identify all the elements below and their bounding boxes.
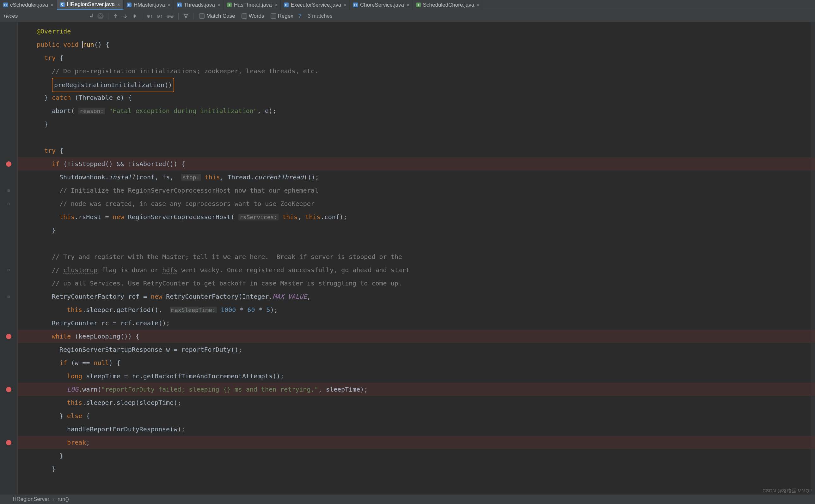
- code-line[interactable]: // Initialize the RegionServerCoprocesso…: [18, 184, 318, 197]
- fold-icon[interactable]: ⊟: [8, 268, 10, 273]
- code-editor[interactable]: @Overridepublic void run() {try {// Do p…: [18, 22, 815, 495]
- code-line[interactable]: } else {: [18, 409, 90, 423]
- code-line[interactable]: // clusterup flag is down or hdfs went w…: [18, 263, 410, 277]
- code-line[interactable]: this.sleeper.getPeriod(), maxSleepTime: …: [18, 303, 278, 316]
- code-line[interactable]: handleReportForDutyResponse(w);: [18, 423, 185, 436]
- code-line[interactable]: while (keepLooping()) {: [18, 330, 139, 343]
- java-file-icon: C: [177, 3, 182, 7]
- code-line[interactable]: }: [18, 224, 56, 237]
- code-line[interactable]: RetryCounterFactory rcf = new RetryCount…: [18, 290, 311, 303]
- find-bar: ↲ ✕ ⊕↑ ⊖↑ ⊕⊕ Match Case Words Regex ? 3 …: [0, 10, 815, 22]
- code-line[interactable]: // Try and register with the Master; tel…: [18, 250, 402, 263]
- select-all-occ-icon[interactable]: ⊕⊕: [166, 14, 174, 19]
- code-line[interactable]: try {: [18, 51, 63, 64]
- code-line[interactable]: if (w == null) {: [18, 356, 120, 369]
- code-line[interactable]: this.rsHost = new RegionServerCoprocesso…: [18, 210, 347, 224]
- filter-icon[interactable]: [183, 13, 189, 19]
- code-line[interactable]: @Override: [18, 25, 71, 38]
- close-icon[interactable]: ×: [167, 2, 170, 8]
- breakpoint-icon[interactable]: [6, 334, 11, 339]
- java-file-icon: C: [284, 3, 289, 7]
- clear-icon[interactable]: ✕: [97, 13, 104, 19]
- regex-checkbox[interactable]: Regex: [271, 13, 293, 19]
- gutter[interactable]: ⊟⊟⊟⊟: [0, 22, 18, 495]
- close-icon[interactable]: ×: [218, 2, 221, 8]
- crumb-method[interactable]: run(): [57, 496, 69, 502]
- code-line[interactable]: if (!isStopped() && !isAborted()) {: [18, 157, 185, 171]
- crumb-class[interactable]: HRegionServer: [13, 496, 49, 502]
- prev-match-icon[interactable]: [113, 13, 118, 19]
- tab-2[interactable]: CHMaster.java×: [124, 0, 174, 10]
- code-line[interactable]: preRegistrationInitialization(): [18, 78, 174, 91]
- code-line[interactable]: } catch (Throwable e) {: [18, 91, 132, 104]
- tab-3[interactable]: CThreads.java×: [174, 0, 224, 10]
- match-count: 3 matches: [308, 13, 332, 19]
- tab-1[interactable]: CHRegionServer.java×: [57, 0, 124, 10]
- java-file-icon: C: [3, 3, 8, 7]
- code-line[interactable]: }: [18, 462, 56, 476]
- newline-icon[interactable]: ↲: [89, 13, 93, 19]
- tab-7[interactable]: IScheduledChore.java×: [413, 0, 483, 10]
- code-line[interactable]: ShutdownHook.install(conf, fs, stop: thi…: [18, 171, 319, 184]
- watermark: CSDN @格格巫 MMQ!!: [763, 488, 812, 494]
- code-line[interactable]: LOG.warn("reportForDuty failed; sleeping…: [18, 383, 368, 396]
- close-icon[interactable]: ×: [51, 2, 53, 8]
- select-all-icon[interactable]: [132, 13, 137, 19]
- remove-selection-icon[interactable]: ⊖↑: [156, 14, 162, 19]
- code-line[interactable]: }: [18, 117, 48, 131]
- java-file-icon: C: [127, 3, 131, 7]
- code-line[interactable]: long sleepTime = rc.getBackoffTimeAndInc…: [18, 369, 284, 383]
- interface-file-icon: I: [227, 3, 232, 7]
- code-line[interactable]: break;: [18, 436, 90, 449]
- breadcrumb: HRegionServer › run(): [0, 495, 815, 504]
- close-icon[interactable]: ×: [275, 2, 277, 8]
- fold-icon[interactable]: ⊟: [8, 188, 10, 193]
- match-case-checkbox[interactable]: Match Case: [199, 13, 235, 19]
- tab-4[interactable]: IHasThread.java×: [224, 0, 281, 10]
- code-line[interactable]: this.sleeper.sleep(sleepTime);: [18, 396, 181, 409]
- error-stripe[interactable]: [811, 22, 815, 495]
- tab-6[interactable]: CChoreService.java×: [350, 0, 413, 10]
- add-selection-icon[interactable]: ⊕↑: [147, 14, 153, 19]
- words-checkbox[interactable]: Words: [242, 13, 264, 19]
- find-input[interactable]: [2, 12, 87, 20]
- close-icon[interactable]: ×: [407, 2, 409, 8]
- help-icon[interactable]: ?: [299, 13, 301, 19]
- next-match-icon[interactable]: [122, 13, 128, 19]
- breakpoint-icon[interactable]: [6, 440, 11, 445]
- editor-tabs: CcScheduler.java× CHRegionServer.java× C…: [0, 0, 815, 10]
- close-icon[interactable]: ×: [344, 2, 347, 8]
- code-line[interactable]: // node was created, in case any coproce…: [18, 197, 315, 210]
- code-line[interactable]: RetryCounter rc = rcf.create();: [18, 316, 170, 330]
- fold-icon[interactable]: ⊟: [8, 201, 10, 206]
- tab-5[interactable]: CExecutorService.java×: [281, 0, 350, 10]
- code-line[interactable]: }: [18, 449, 63, 462]
- code-line[interactable]: try {: [18, 144, 63, 157]
- code-line[interactable]: // Do pre-registration initializations; …: [18, 64, 318, 78]
- close-icon[interactable]: ×: [477, 2, 480, 8]
- chevron-right-icon: ›: [52, 496, 54, 502]
- code-line[interactable]: public void run() {: [18, 38, 109, 51]
- tab-0[interactable]: CcScheduler.java×: [0, 0, 57, 10]
- java-file-icon: C: [60, 2, 65, 7]
- code-line[interactable]: abort( reason: "Fatal exception during i…: [18, 104, 276, 117]
- breakpoint-icon[interactable]: [6, 387, 11, 392]
- interface-file-icon: I: [416, 3, 421, 7]
- code-line[interactable]: RegionServerStartupResponse w = reportFo…: [18, 343, 242, 356]
- close-icon[interactable]: ×: [117, 2, 120, 7]
- fold-icon[interactable]: ⊟: [8, 294, 10, 299]
- code-line[interactable]: // up all Services. Use RetryCounter to …: [18, 277, 402, 290]
- breakpoint-icon[interactable]: [6, 161, 11, 167]
- java-file-icon: C: [353, 3, 358, 7]
